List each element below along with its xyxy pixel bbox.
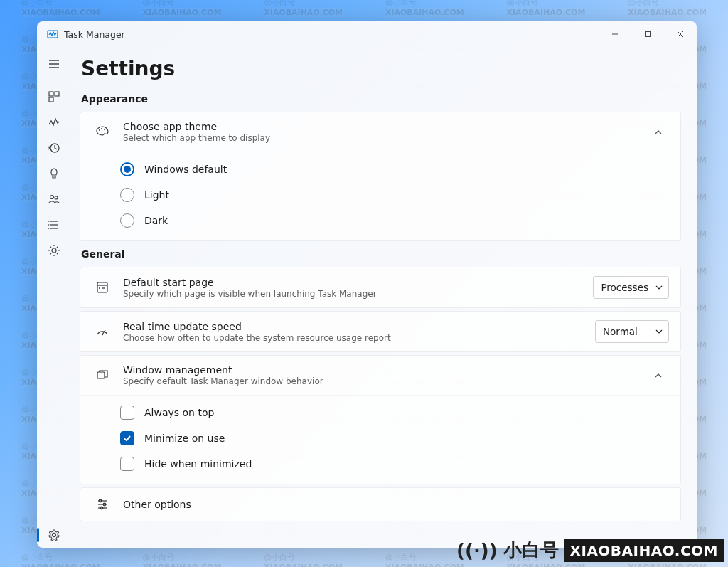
default-start-page-dropdown[interactable]: Processes	[593, 276, 669, 299]
other-options-header[interactable]: Other options	[80, 488, 680, 521]
update-speed-dropdown[interactable]: Normal	[595, 320, 669, 343]
chevron-down-icon	[655, 282, 663, 293]
checkbox-icon	[120, 457, 134, 471]
titlebar: Task Manager	[37, 21, 697, 47]
svg-point-24	[104, 129, 105, 130]
sidebar-item-startup-apps[interactable]	[37, 161, 71, 186]
option-minimize-on-use[interactable]: Minimize on use	[120, 425, 680, 451]
option-hide-when-minimized[interactable]: Hide when minimized	[120, 451, 680, 477]
svg-point-30	[102, 334, 103, 335]
svg-point-13	[55, 196, 58, 199]
option-label: Minimize on use	[144, 433, 225, 444]
window-management-header[interactable]: Window management Specify default Task M…	[80, 356, 680, 395]
sidebar-item-services[interactable]	[37, 238, 71, 263]
option-label: Windows default	[144, 164, 227, 175]
close-button[interactable]	[664, 21, 697, 47]
other-options-card: Other options	[80, 487, 681, 521]
brand-cn: 小白号	[503, 538, 559, 563]
hamburger-menu-button[interactable]	[37, 51, 71, 77]
svg-point-27	[99, 287, 100, 289]
option-label: Always on top	[144, 407, 214, 418]
svg-point-19	[48, 228, 50, 229]
dropdown-value: Normal	[603, 326, 648, 337]
svg-rect-10	[49, 97, 53, 102]
checkbox-icon	[120, 431, 134, 445]
broadcast-icon: ((·))	[456, 540, 497, 561]
windows-icon	[95, 368, 110, 383]
window-title: Task Manager	[64, 29, 125, 40]
sidebar	[37, 47, 71, 548]
theme-subtitle: Select which app theme to display	[123, 133, 639, 143]
sidebar-item-details[interactable]	[37, 212, 71, 238]
option-always-on-top[interactable]: Always on top	[120, 400, 680, 425]
svg-rect-31	[97, 372, 105, 378]
default-start-page-row[interactable]: Default start page Specify which page is…	[80, 267, 680, 307]
update-speed-row[interactable]: Real time update speed Choose how often …	[80, 312, 680, 351]
default-page-title: Default start page	[123, 277, 584, 288]
option-label: Dark	[144, 215, 168, 226]
theme-title: Choose app theme	[123, 121, 639, 132]
section-general-header: General	[81, 248, 681, 260]
svg-rect-25	[97, 282, 107, 292]
radio-icon	[120, 188, 134, 202]
sidebar-item-users[interactable]	[37, 186, 71, 212]
watermark-brand-corner: ((·)) 小白号 XIAOBAIHAO.COM	[456, 538, 724, 563]
sliders-icon	[95, 497, 110, 512]
other-options-title: Other options	[123, 499, 669, 510]
chevron-up-icon	[648, 122, 669, 143]
window-mgmt-subtitle: Specify default Task Manager window beha…	[123, 376, 639, 386]
section-appearance-header: Appearance	[81, 93, 681, 105]
task-manager-window: Task Manager	[37, 21, 697, 548]
minimize-button[interactable]	[599, 21, 631, 47]
update-speed-title: Real time update speed	[123, 321, 587, 332]
brand-en: XIAOBAIHAO.COM	[564, 539, 724, 562]
svg-rect-8	[49, 92, 53, 96]
svg-point-12	[50, 196, 54, 199]
radio-icon	[120, 213, 134, 228]
default-page-subtitle: Specify which page is visible when launc…	[123, 289, 584, 299]
svg-point-22	[99, 129, 100, 131]
svg-point-17	[48, 221, 50, 222]
svg-point-23	[101, 128, 102, 129]
sidebar-item-settings[interactable]	[37, 522, 71, 548]
option-label: Light	[144, 189, 169, 201]
sidebar-item-processes[interactable]	[37, 84, 71, 110]
theme-option-dark[interactable]: Dark	[120, 208, 680, 233]
window-management-card: Window management Specify default Task M…	[80, 355, 681, 484]
page-title: Settings	[81, 57, 681, 80]
update-speed-subtitle: Choose how often to update the system re…	[123, 333, 587, 343]
sidebar-item-performance[interactable]	[37, 110, 71, 135]
theme-option-windows-default[interactable]: Windows default	[120, 157, 680, 182]
svg-point-18	[48, 224, 50, 226]
dropdown-value: Processes	[601, 282, 648, 293]
option-label: Hide when minimized	[144, 458, 252, 470]
speed-icon	[95, 324, 110, 339]
radio-icon	[120, 162, 134, 176]
chevron-down-icon	[655, 326, 663, 337]
theme-card: Choose app theme Select which app theme …	[80, 112, 681, 241]
settings-content: Settings Appearance Choose app theme Sel…	[71, 47, 697, 548]
palette-icon	[95, 124, 110, 140]
sidebar-item-app-history[interactable]	[37, 135, 71, 161]
checkbox-icon	[120, 406, 134, 420]
window-mgmt-title: Window management	[123, 364, 639, 376]
maximize-button[interactable]	[631, 21, 664, 47]
update-speed-card: Real time update speed Choose how often …	[80, 311, 681, 352]
default-start-page-card: Default start page Specify which page is…	[80, 267, 681, 308]
chevron-up-icon	[648, 365, 669, 386]
svg-rect-9	[55, 92, 59, 96]
page-icon	[95, 280, 110, 295]
svg-point-20	[52, 248, 56, 253]
theme-card-header[interactable]: Choose app theme Select which app theme …	[80, 112, 680, 152]
theme-option-light[interactable]: Light	[120, 182, 680, 208]
svg-point-21	[53, 534, 56, 537]
svg-rect-2	[646, 32, 651, 37]
task-manager-app-icon	[47, 28, 58, 40]
